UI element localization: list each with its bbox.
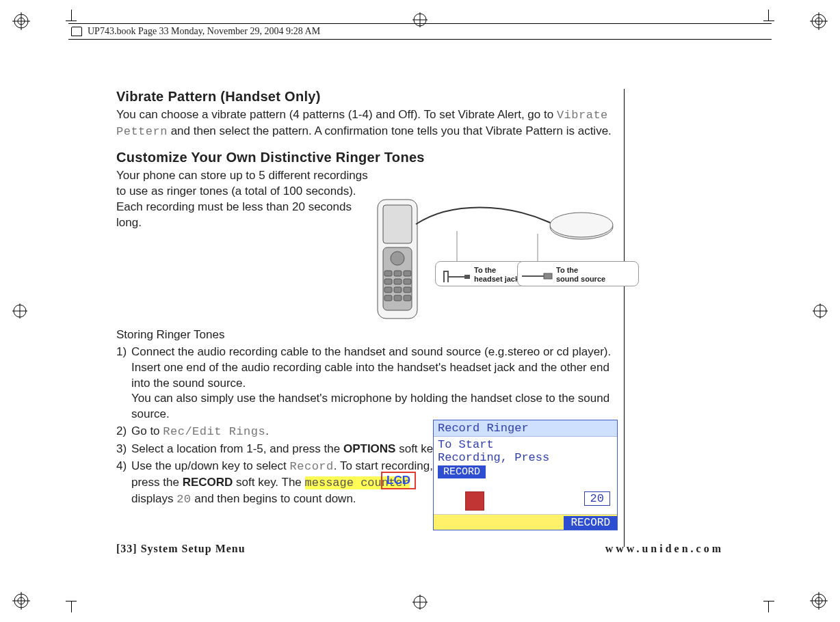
callout-sound-source: To the sound source [517,261,639,286]
lcd-body: To Start Recording, Press RECORD [434,437,617,480]
softkey-options: OPTIONS [343,442,396,455]
registration-bottom [412,595,428,610]
annotation-lcd: LCD [381,472,416,489]
lcd-record-label: RECORD [438,465,486,478]
svg-rect-41 [384,295,392,301]
cropmark-br [810,592,828,610]
lcd-screenshot: Record Ringer To Start Recording, Press … [433,420,618,530]
lcd-line2: Recording, Press [438,451,613,464]
subheading-storing: Storing Ringer Tones [116,328,616,342]
section-title-ringer: Customize Your Own Distinctive Ringer To… [116,150,616,165]
recording-cable-illustration: To the headset jack To the sound source [369,194,616,324]
plug-icon [521,266,555,286]
menu-record: Record [290,460,334,473]
cropmark-bl [12,592,30,610]
lcd-softkey-record: RECORD [564,516,617,530]
svg-rect-35 [384,279,392,284]
running-header: UP743.book Page 33 Monday, November 29, … [68,23,772,40]
svg-rect-39 [394,287,402,293]
callout-sound-source-text: To the sound source [556,266,605,283]
running-header-text: UP743.book Page 33 Monday, November 29, … [88,26,320,37]
right-margin-guide [624,89,625,547]
svg-rect-46 [464,275,470,279]
section-lead-ringer: Your phone can store up to 5 different r… [116,168,369,231]
lcd-title: Record Ringer [434,420,617,437]
lcd-line1: To Start [438,438,613,451]
registration-right [813,303,828,319]
crop-tick [768,601,769,612]
registration-left [12,303,27,319]
crop-tick [71,10,72,21]
svg-point-5 [815,18,822,25]
svg-point-4 [812,14,826,28]
softkey-record: RECORD [183,476,233,489]
lcd-countdown: 20 [584,491,610,506]
svg-rect-33 [394,271,402,276]
crop-tick [71,601,72,612]
svg-rect-38 [384,287,392,293]
crop-tick [763,21,774,21]
section-title-vibrate: Vibrate Pattern (Handset Only) [116,89,616,105]
illustration-svg [369,194,616,324]
svg-rect-37 [404,279,411,284]
record-indicator-icon [465,491,484,511]
footer-left: [33] System Setup Menu [116,543,246,555]
svg-rect-32 [384,271,392,276]
crop-tick [66,21,77,21]
step-1: 1) Connect the audio recording cable to … [116,344,616,423]
svg-point-45 [550,213,613,237]
svg-point-12 [812,594,826,608]
footer-right: www.uniden.com [605,543,724,555]
svg-point-8 [14,594,28,608]
step-3: 3) Select a location from 1-5, and press… [116,442,446,457]
svg-rect-34 [404,271,411,276]
jack-icon [440,266,471,286]
svg-rect-42 [394,295,402,301]
cropmark-tr [810,12,828,30]
crop-tick [768,10,769,21]
cropmark-tl [12,12,30,30]
svg-rect-43 [404,295,411,301]
svg-point-0 [14,14,28,28]
svg-rect-29 [383,205,412,243]
svg-point-31 [391,252,404,265]
svg-point-9 [18,597,25,604]
crop-tick [763,601,774,601]
menu-rec-edit-rings: Rec/Edit Rings [163,425,265,438]
page-footer: [33] System Setup Menu www.uniden.com [116,543,724,555]
section-text-vibrate: You can choose a vibrate pattern (4 patt… [116,107,616,140]
lcd-footer: RECORD [434,514,617,530]
svg-rect-48 [544,273,552,279]
svg-point-1 [18,18,25,25]
svg-rect-36 [394,279,402,284]
svg-rect-40 [404,287,411,293]
callout-headset-jack-text: To the headset jack [474,266,519,283]
svg-point-13 [815,597,822,604]
